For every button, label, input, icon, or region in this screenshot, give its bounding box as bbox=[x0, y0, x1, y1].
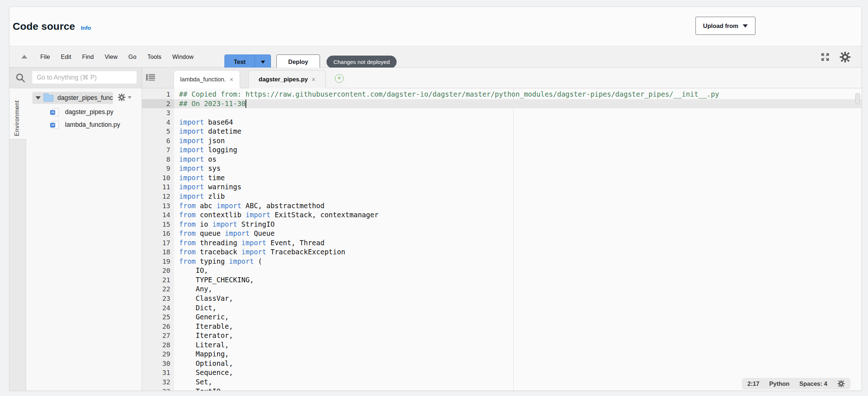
line-number[interactable]: 18 bbox=[142, 247, 174, 257]
line-number[interactable]: 32 bbox=[142, 377, 174, 387]
code-line[interactable]: 12import zlib bbox=[142, 192, 861, 201]
line-number[interactable]: 3 bbox=[142, 108, 174, 118]
statusbar-gear-icon[interactable] bbox=[837, 380, 845, 388]
code-line[interactable]: 14from contextlib import ExitStack, cont… bbox=[142, 210, 861, 220]
upload-from-button[interactable]: Upload from bbox=[695, 17, 755, 35]
line-number[interactable]: 2 bbox=[142, 99, 174, 109]
line-number[interactable]: 11 bbox=[142, 182, 174, 192]
menu-item-find[interactable]: Find bbox=[77, 50, 99, 63]
code-line[interactable]: 4import base64 bbox=[142, 118, 861, 127]
line-number[interactable]: 21 bbox=[142, 275, 174, 285]
code-line-text: Any, bbox=[174, 284, 212, 294]
code-line[interactable]: 3 bbox=[142, 108, 861, 118]
code-line[interactable]: 30 Optional, bbox=[142, 359, 861, 368]
line-number[interactable]: 10 bbox=[142, 173, 174, 183]
code-line[interactable]: 22 Any, bbox=[142, 284, 861, 294]
cursor-position[interactable]: 2:17 bbox=[747, 380, 759, 387]
line-number[interactable]: 7 bbox=[142, 145, 174, 155]
scrollbar-thumb[interactable] bbox=[855, 93, 860, 104]
code-line[interactable]: 9import sys bbox=[142, 164, 861, 173]
tab-dagster-pipes-py[interactable]: dagster_pipes.py× bbox=[248, 70, 326, 88]
line-number[interactable]: 9 bbox=[142, 164, 174, 173]
line-number[interactable]: 22 bbox=[142, 284, 174, 294]
line-number[interactable]: 28 bbox=[142, 340, 174, 350]
line-number[interactable]: 4 bbox=[142, 118, 174, 127]
code-line[interactable]: 7import logging bbox=[142, 145, 861, 155]
line-number[interactable]: 17 bbox=[142, 238, 174, 248]
code-line[interactable]: 8import os bbox=[142, 155, 861, 164]
code-pane[interactable]: 1## Copied from: https://raw.githubuserc… bbox=[142, 88, 861, 391]
tab-list-icon[interactable] bbox=[146, 73, 155, 84]
line-number[interactable]: 14 bbox=[142, 210, 174, 220]
menu-item-edit[interactable]: Edit bbox=[56, 50, 77, 63]
code-line[interactable]: 15from io import StringIO bbox=[142, 220, 861, 229]
menu-item-window[interactable]: Window bbox=[167, 50, 199, 63]
line-number[interactable]: 12 bbox=[142, 192, 174, 201]
test-dropdown-button[interactable] bbox=[255, 55, 271, 69]
environment-tab[interactable]: Environment bbox=[13, 91, 21, 136]
code-line[interactable]: 10import time bbox=[142, 173, 861, 183]
menu-item-file[interactable]: File bbox=[35, 50, 56, 63]
line-number[interactable]: 29 bbox=[142, 349, 174, 359]
code-line[interactable]: 11import warnings bbox=[142, 182, 861, 192]
folder-name: dagster_pipes_funct bbox=[57, 94, 113, 102]
code-line[interactable]: 27 Iterator, bbox=[142, 331, 861, 340]
tree-settings-button[interactable] bbox=[117, 93, 131, 102]
tree-file-dagster_pipes.py[interactable]: <>dagster_pipes.py bbox=[26, 106, 142, 118]
code-line[interactable]: 29 Mapping, bbox=[142, 349, 861, 359]
close-icon[interactable]: × bbox=[312, 76, 316, 83]
line-number[interactable]: 20 bbox=[142, 266, 174, 275]
line-number[interactable]: 16 bbox=[142, 229, 174, 238]
code-line[interactable]: 26 Iterable, bbox=[142, 322, 861, 331]
fullscreen-icon[interactable] bbox=[820, 52, 830, 62]
code-line[interactable]: 25 Generic, bbox=[142, 312, 861, 322]
info-link[interactable]: Info bbox=[81, 25, 91, 31]
language-mode[interactable]: Python bbox=[769, 380, 790, 387]
tab-lambda-function[interactable]: lambda_function.× bbox=[174, 70, 240, 88]
test-button[interactable]: Test bbox=[225, 55, 255, 69]
code-line[interactable]: 23 ClassVar, bbox=[142, 294, 861, 303]
line-number[interactable]: 23 bbox=[142, 294, 174, 303]
goto-anything-input[interactable] bbox=[32, 71, 137, 84]
menu-item-view[interactable]: View bbox=[99, 50, 123, 63]
code-line[interactable]: 19from typing import ( bbox=[142, 257, 861, 266]
line-number[interactable]: 19 bbox=[142, 257, 174, 266]
line-number[interactable]: 25 bbox=[142, 312, 174, 322]
tree-file-lambda_function.py[interactable]: <>lambda_function.py bbox=[26, 118, 142, 131]
code-line[interactable]: 2## On 2023-11-30 bbox=[142, 99, 861, 109]
settings-gear-icon[interactable] bbox=[839, 51, 851, 63]
line-number[interactable]: 26 bbox=[142, 322, 174, 331]
line-number[interactable]: 15 bbox=[142, 220, 174, 229]
line-number[interactable]: 31 bbox=[142, 368, 174, 377]
line-number[interactable]: 8 bbox=[142, 155, 174, 164]
code-line[interactable]: 18from traceback import TracebackExcepti… bbox=[142, 247, 861, 257]
collapse-panel-button[interactable] bbox=[20, 55, 28, 58]
test-split-button[interactable]: Test bbox=[224, 54, 271, 69]
line-number[interactable]: 1 bbox=[142, 90, 174, 99]
spaces-setting[interactable]: Spaces: 4 bbox=[799, 380, 827, 387]
code-line[interactable]: 24 Dict, bbox=[142, 303, 861, 313]
code-line[interactable]: 5import datetime bbox=[142, 127, 861, 136]
deploy-button[interactable]: Deploy bbox=[276, 54, 320, 69]
code-line[interactable]: 28 Literal, bbox=[142, 340, 861, 350]
line-number[interactable]: 6 bbox=[142, 136, 174, 146]
menu-item-go[interactable]: Go bbox=[123, 50, 142, 63]
new-tab-button[interactable]: + bbox=[335, 74, 344, 83]
line-number[interactable]: 30 bbox=[142, 359, 174, 368]
line-number[interactable]: 13 bbox=[142, 201, 174, 211]
line-number[interactable]: 24 bbox=[142, 303, 174, 313]
line-number[interactable]: 33 bbox=[142, 387, 174, 391]
line-number[interactable]: 27 bbox=[142, 331, 174, 340]
line-number[interactable]: 5 bbox=[142, 127, 174, 136]
tree-folder-row[interactable]: dagster_pipes_funct bbox=[32, 92, 113, 104]
close-icon[interactable]: × bbox=[230, 76, 234, 83]
code-line[interactable]: 16from queue import Queue bbox=[142, 229, 861, 238]
menu-item-tools[interactable]: Tools bbox=[142, 50, 167, 63]
code-line[interactable]: 31 Sequence, bbox=[142, 368, 861, 377]
code-line[interactable]: 21 TYPE_CHECKING, bbox=[142, 275, 861, 285]
code-line[interactable]: 13from abc import ABC, abstractmethod bbox=[142, 201, 861, 211]
code-line[interactable]: 17from threading import Event, Thread bbox=[142, 238, 861, 248]
code-line[interactable]: 1## Copied from: https://raw.githubuserc… bbox=[142, 90, 861, 99]
code-line[interactable]: 6import json bbox=[142, 136, 861, 146]
code-line[interactable]: 20 IO, bbox=[142, 266, 861, 275]
